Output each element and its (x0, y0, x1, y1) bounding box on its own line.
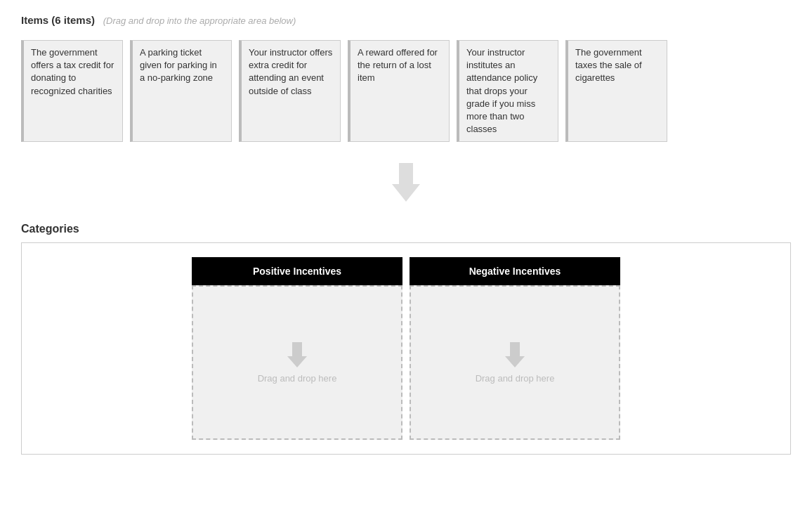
drag-item-6[interactable]: The government taxes the sale of cigaret… (565, 40, 667, 142)
drag-item-2[interactable]: A parking ticket given for parking in a … (130, 40, 232, 142)
categories-section: Categories Positive Incentives Drag and … (21, 223, 791, 455)
negative-incentives-col: Negative Incentives Drag and drop here (410, 257, 620, 440)
categories-title: Categories (21, 223, 791, 235)
positive-drop-arrow-icon (287, 342, 307, 367)
negative-incentives-drop-zone[interactable]: Drag and drop here (410, 285, 620, 440)
svg-marker-2 (505, 342, 525, 367)
categories-outer: Positive Incentives Drag and drop here N… (21, 242, 791, 455)
items-title: Items (6 items) (21, 14, 95, 26)
negative-drop-text: Drag and drop here (476, 373, 555, 384)
items-subtitle: (Drag and drop into the appropriate area… (103, 15, 296, 26)
negative-incentives-header: Negative Incentives (410, 257, 620, 285)
positive-incentives-header: Positive Incentives (192, 257, 402, 285)
drag-item-5[interactable]: Your instructor institutes an attendance… (457, 40, 558, 142)
positive-incentives-col: Positive Incentives Drag and drop here (192, 257, 402, 440)
positive-incentives-drop-zone[interactable]: Drag and drop here (192, 285, 402, 440)
svg-marker-0 (392, 163, 420, 202)
svg-marker-1 (287, 342, 307, 367)
items-container: The government offers a tax credit for d… (21, 40, 791, 142)
positive-drop-text: Drag and drop here (258, 373, 337, 384)
drag-item-1[interactable]: The government offers a tax credit for d… (21, 40, 123, 142)
negative-drop-arrow-icon (505, 342, 525, 367)
down-arrow-icon (392, 163, 420, 202)
drag-item-4[interactable]: A reward offered for the return of a los… (348, 40, 450, 142)
drag-item-3[interactable]: Your instructor offers extra credit for … (239, 40, 341, 142)
items-header: Items (6 items) (Drag and drop into the … (21, 14, 791, 26)
categories-wrapper: Positive Incentives Drag and drop here N… (192, 257, 620, 440)
arrow-down-area (21, 163, 791, 202)
